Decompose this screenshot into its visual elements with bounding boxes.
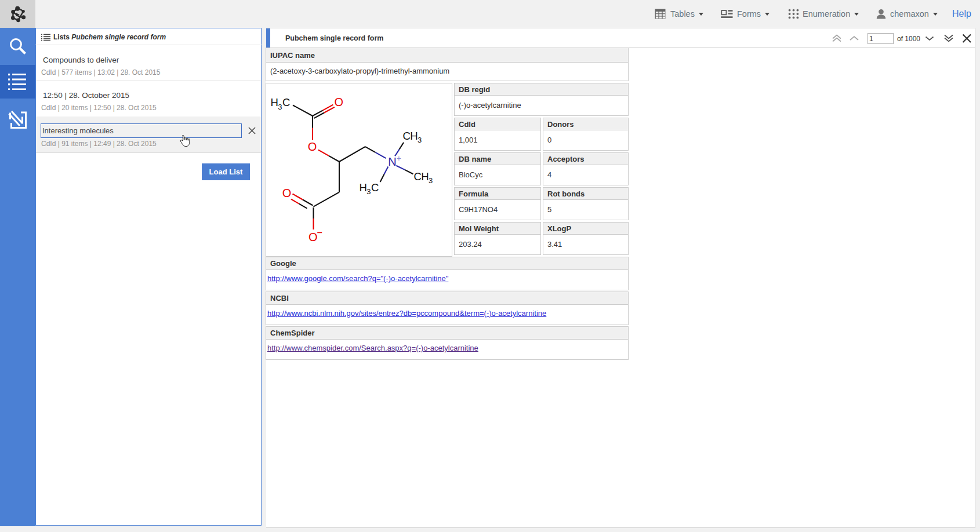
svg-text:H: H [271,96,278,108]
svg-text:C: C [282,96,290,108]
svg-text:O: O [308,231,318,243]
svg-text:C: C [371,181,379,194]
svg-text:C: C [414,170,422,183]
svg-text:C: C [403,130,411,142]
svg-text:3: 3 [429,176,433,185]
svg-text:O: O [282,187,292,199]
svg-text:H: H [410,130,418,142]
svg-text:O: O [308,140,317,153]
svg-text:N: N [388,155,396,168]
svg-text:3: 3 [278,103,282,111]
svg-text:H: H [360,181,367,194]
svg-text:3: 3 [366,187,371,196]
svg-text:H: H [421,170,429,183]
svg-text:+: + [397,154,401,163]
svg-text:3: 3 [418,136,422,144]
svg-text:O: O [335,96,344,108]
